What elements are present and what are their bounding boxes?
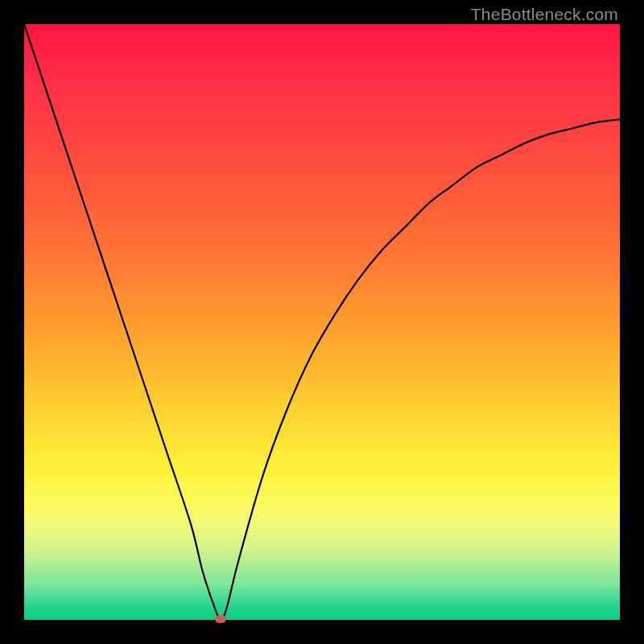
bottleneck-curve — [24, 24, 620, 620]
optimal-point-marker — [215, 615, 226, 623]
plot-area — [24, 24, 620, 620]
chart-frame: TheBottleneck.com — [0, 0, 644, 644]
attribution-text: TheBottleneck.com — [471, 5, 618, 24]
curve-svg — [24, 24, 620, 620]
